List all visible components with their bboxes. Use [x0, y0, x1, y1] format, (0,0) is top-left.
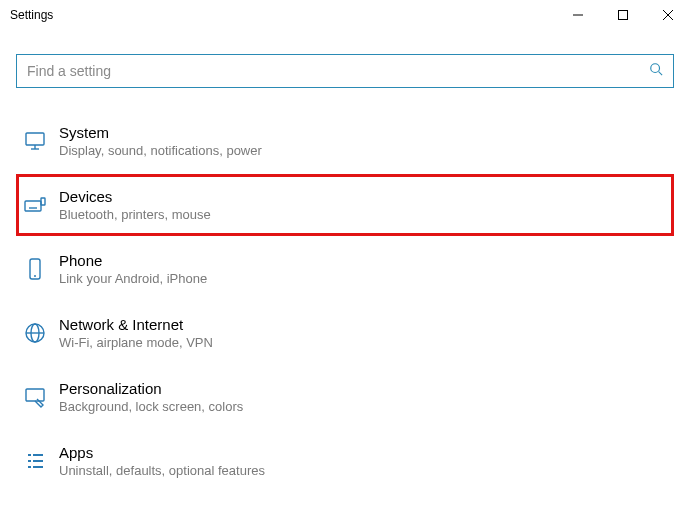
item-subtitle: Link your Android, iPhone [59, 271, 207, 286]
window-title: Settings [10, 8, 53, 22]
keyboard-icon [21, 191, 49, 219]
minimize-button[interactable] [555, 0, 600, 30]
settings-item-apps[interactable]: Apps Uninstall, defaults, optional featu… [16, 430, 674, 492]
settings-item-devices[interactable]: Devices Bluetooth, printers, mouse [16, 174, 674, 236]
svg-rect-6 [26, 133, 44, 145]
globe-icon [21, 319, 49, 347]
item-subtitle: Bluetooth, printers, mouse [59, 207, 211, 222]
search-icon [649, 62, 663, 80]
close-button[interactable] [645, 0, 690, 30]
item-subtitle: Background, lock screen, colors [59, 399, 243, 414]
search-box[interactable] [16, 54, 674, 88]
settings-item-network[interactable]: Network & Internet Wi-Fi, airplane mode,… [16, 302, 674, 364]
item-subtitle: Display, sound, notifications, power [59, 143, 262, 158]
svg-rect-10 [41, 198, 45, 205]
item-title: Devices [59, 188, 211, 205]
settings-list: System Display, sound, notifications, po… [16, 102, 674, 515]
brush-icon [21, 383, 49, 411]
item-title: Apps [59, 444, 265, 461]
monitor-icon [21, 127, 49, 155]
svg-rect-9 [25, 201, 41, 211]
item-title: Network & Internet [59, 316, 213, 333]
user-icon [21, 511, 49, 515]
item-subtitle: Wi-Fi, airplane mode, VPN [59, 335, 213, 350]
item-title: Phone [59, 252, 207, 269]
item-subtitle: Uninstall, defaults, optional features [59, 463, 265, 478]
search-input[interactable] [27, 63, 649, 79]
settings-item-accounts[interactable]: Accounts [16, 494, 674, 515]
item-title: Personalization [59, 380, 243, 397]
svg-point-4 [651, 64, 660, 73]
maximize-button[interactable] [600, 0, 645, 30]
settings-window: Settings Sys [0, 0, 690, 515]
svg-rect-20 [26, 389, 44, 401]
content-area: System Display, sound, notifications, po… [0, 30, 690, 515]
settings-item-personalization[interactable]: Personalization Background, lock screen,… [16, 366, 674, 428]
settings-item-system[interactable]: System Display, sound, notifications, po… [16, 110, 674, 172]
list-icon [21, 447, 49, 475]
svg-line-5 [659, 72, 663, 76]
svg-rect-1 [618, 11, 627, 20]
settings-item-phone[interactable]: Phone Link your Android, iPhone [16, 238, 674, 300]
titlebar: Settings [0, 0, 690, 30]
item-title: System [59, 124, 262, 141]
phone-icon [21, 255, 49, 283]
